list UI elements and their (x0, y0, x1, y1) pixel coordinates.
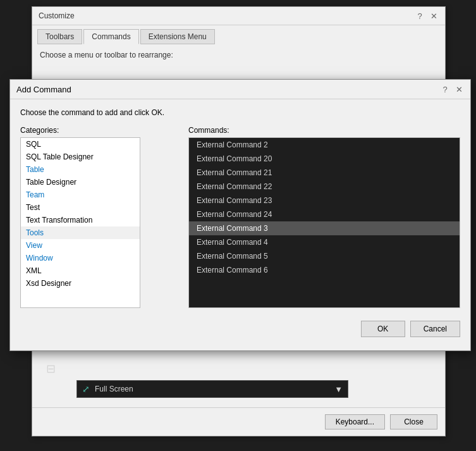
fullscreen-dropdown-icon[interactable]: ▼ (334, 385, 343, 394)
customize-tabs: Toolbars Commands Extensions Menu (32, 25, 445, 44)
command-item[interactable]: External Command 23 (189, 194, 460, 207)
customize-bottom-buttons: Keyboard... Close (32, 407, 445, 436)
command-item[interactable]: External Command 4 (189, 235, 460, 249)
customize-close-button[interactable]: ✕ (429, 11, 439, 21)
add-command-close-button[interactable]: ✕ (454, 84, 464, 94)
category-item[interactable]: Test (21, 201, 140, 214)
category-item[interactable]: Xsd Designer (21, 277, 140, 290)
fullscreen-row: ⤢ Full Screen ▼ (76, 380, 348, 398)
add-command-title: Add Command (16, 85, 71, 94)
category-item[interactable]: Text Transformation (21, 214, 140, 226)
add-command-titlebar-controls: ? ✕ (440, 84, 464, 94)
command-item[interactable]: External Command 5 (189, 249, 460, 263)
category-item[interactable]: Tools (21, 226, 140, 239)
command-item[interactable]: External Command 22 (189, 180, 460, 194)
tab-extensions-menu[interactable]: Extensions Menu (140, 29, 215, 44)
category-item[interactable]: Table (21, 163, 140, 176)
customize-help-button[interactable]: ? (415, 11, 425, 21)
command-item[interactable]: External Command 24 (189, 207, 460, 221)
titlebar-controls: ? ✕ (415, 11, 439, 21)
category-item[interactable]: XML (21, 264, 140, 277)
instruction-text: Choose the command to add and click OK. (20, 108, 460, 117)
category-item[interactable]: Table Designer (21, 176, 140, 188)
category-item[interactable]: SQL Table Designer (21, 151, 140, 163)
command-item[interactable]: External Command 20 (189, 152, 460, 166)
category-item[interactable]: Window (21, 252, 140, 264)
categories-section: Categories: SQLSQL Table DesignerTableTa… (20, 126, 178, 308)
categories-label: Categories: (20, 126, 178, 135)
category-item[interactable]: View (21, 239, 140, 252)
customize-content: Choose a menu or toolbar to rearrange: (32, 44, 445, 70)
command-item[interactable]: External Command 21 (189, 166, 460, 180)
add-command-dialog: Add Command ? ✕ Choose the command to ad… (9, 79, 471, 351)
tab-toolbars[interactable]: Toolbars (37, 29, 82, 44)
command-item[interactable]: External Command 2 (189, 138, 460, 152)
customize-titlebar: Customize ? ✕ (32, 7, 445, 25)
command-item[interactable]: External Command 3 (189, 221, 460, 235)
commands-label: Commands: (188, 126, 460, 135)
choose-label: Choose a menu or toolbar to rearrange: (40, 51, 437, 59)
keyboard-button[interactable]: Keyboard... (325, 414, 385, 429)
customize-title: Customize (39, 11, 75, 20)
fullscreen-text: Full Screen (95, 385, 133, 393)
categories-list[interactable]: SQLSQL Table DesignerTableTable Designer… (20, 137, 140, 308)
add-command-titlebar: Add Command ? ✕ (10, 80, 470, 99)
fullscreen-icon: ⤢ (82, 384, 90, 394)
cancel-button[interactable]: Cancel (410, 321, 460, 337)
category-item[interactable]: SQL (21, 138, 140, 151)
ok-button[interactable]: OK (361, 321, 405, 337)
two-column-layout: Categories: SQLSQL Table DesignerTableTa… (20, 126, 460, 308)
close-button[interactable]: Close (390, 414, 437, 429)
command-item[interactable]: External Command 6 (189, 263, 460, 277)
add-command-help-button[interactable]: ? (440, 84, 450, 94)
sidebar-icon: ⊟ (46, 362, 56, 376)
commands-section: Commands: External Command 2External Com… (188, 126, 460, 308)
tab-commands[interactable]: Commands (83, 29, 138, 44)
dialog-buttons: OK Cancel (10, 314, 470, 345)
add-command-body: Choose the command to add and click OK. … (10, 99, 470, 314)
category-item[interactable]: Team (21, 188, 140, 201)
commands-list[interactable]: External Command 2External Command 20Ext… (188, 137, 460, 308)
